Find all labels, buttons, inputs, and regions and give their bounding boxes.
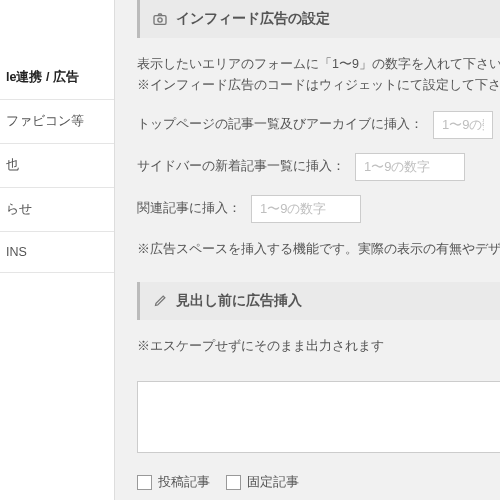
sidebar-new-input[interactable] [355,153,465,181]
field-row-sidebar-new: サイドバーの新着記事一覧に挿入： [137,153,500,181]
section-header-before-heading: 見出し前に広告挿入 [137,282,500,320]
sidebar-item-label: 也 [6,158,19,172]
infeed-notice: ※広告スペースを挿入する機能です。実際の表示の有無やデザ [137,239,500,260]
field-row-toppage: トップページの記事一覧及びアーカイブに挿入： [137,111,500,139]
svg-point-1 [158,18,162,22]
sidebar-item-notice[interactable]: らせ [0,188,114,232]
settings-sidebar: le連携 / 広告 ファビコン等 也 らせ INS [0,0,115,500]
field-label-sidebar-new: サイドバーの新着記事一覧に挿入： [137,158,345,175]
checkbox-label-post: 投稿記事 [158,474,210,491]
post-type-check-row: 投稿記事 固定記事 [137,474,500,491]
field-row-related: 関連記事に挿入： [137,195,500,223]
section-title: インフィード広告の設定 [176,10,330,28]
infeed-help: 表示したいエリアのフォームに「1〜9」の数字を入れて下さい ※インフィード広告の… [137,54,500,97]
field-label-toppage: トップページの記事一覧及びアーカイブに挿入： [137,116,423,133]
sidebar-item-label: ファビコン等 [6,114,84,128]
ad-code-textarea[interactable] [137,381,500,453]
checkbox-post[interactable] [137,475,152,490]
camera-icon [152,11,168,27]
sidebar-item-other[interactable]: 也 [0,144,114,188]
toppage-input[interactable] [433,111,493,139]
before-heading-help: ※エスケープせずにそのまま出力されます [137,336,500,357]
sidebar-item-label: le連携 / 広告 [6,70,79,84]
sidebar-item-label: INS [6,245,27,259]
sidebar-item-label: らせ [6,202,32,216]
settings-main: インフィード広告の設定 表示したいエリアのフォームに「1〜9」の数字を入れて下さ… [115,0,500,500]
sidebar-item-favicon[interactable]: ファビコン等 [0,100,114,144]
pencil-icon [152,293,168,309]
field-label-related: 関連記事に挿入： [137,200,241,217]
section-header-infeed: インフィード広告の設定 [137,0,500,38]
section-title: 見出し前に広告挿入 [176,292,302,310]
sidebar-item-ads[interactable]: le連携 / 広告 [0,56,114,100]
checkbox-page[interactable] [226,475,241,490]
svg-rect-0 [154,16,166,25]
checkbox-label-page: 固定記事 [247,474,299,491]
sidebar-item-ins[interactable]: INS [0,232,114,273]
related-input[interactable] [251,195,361,223]
